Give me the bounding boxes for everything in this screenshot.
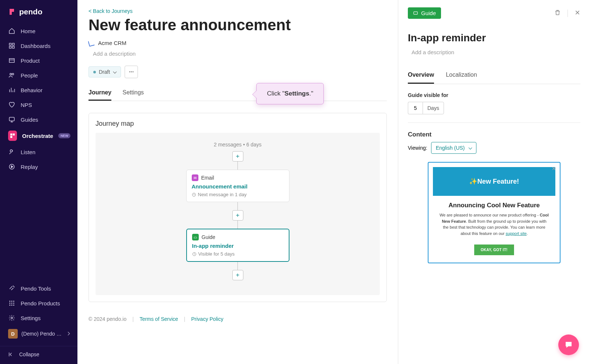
panel-title: In-app reminder bbox=[408, 32, 580, 44]
svg-rect-3 bbox=[13, 46, 14, 48]
brand-logo[interactable]: pendo bbox=[0, 7, 77, 24]
add-step-button[interactable]: + bbox=[232, 151, 243, 162]
content-section-label: Content bbox=[408, 131, 580, 138]
status-dropdown[interactable]: Draft bbox=[88, 66, 121, 77]
tab-localization[interactable]: Localization bbox=[446, 67, 477, 84]
svg-point-14 bbox=[11, 301, 13, 302]
nav-label: Behavior bbox=[21, 87, 42, 93]
dashboard-icon bbox=[8, 42, 15, 49]
nav-settings[interactable]: Settings bbox=[4, 311, 74, 325]
node-title: In-app reminder bbox=[192, 243, 284, 249]
add-step-button[interactable]: + bbox=[232, 210, 243, 221]
chat-icon bbox=[564, 340, 573, 349]
nav-dashboards[interactable]: Dashboards bbox=[4, 38, 74, 53]
support-link[interactable]: support site bbox=[506, 231, 527, 236]
nav-label: Replay bbox=[21, 164, 38, 170]
connector bbox=[237, 202, 238, 210]
add-step-button[interactable]: + bbox=[232, 270, 243, 280]
nav-orchestrate[interactable]: OrchestrateNEW bbox=[4, 127, 74, 145]
collapse-label: Collapse bbox=[19, 351, 39, 357]
svg-point-5 bbox=[10, 73, 12, 75]
chevron-down-icon bbox=[113, 69, 116, 75]
journey-map-card: Journey map 2 messages • 6 days + ✉Email… bbox=[88, 113, 387, 302]
account-switcher[interactable]: D (Demo) Pendo … bbox=[4, 325, 74, 342]
collapse-sidebar[interactable]: Collapse bbox=[0, 346, 77, 364]
back-link[interactable]: < Back to Journeys bbox=[88, 8, 387, 14]
preview-body: We are pleased to announce our new produ… bbox=[432, 209, 556, 239]
nav-guides[interactable]: Guides bbox=[4, 112, 74, 127]
guide-badge: Guide bbox=[408, 7, 441, 19]
grid-icon bbox=[8, 299, 15, 307]
node-type: Email bbox=[201, 175, 214, 181]
main: < Back to Journeys New feature announcem… bbox=[77, 0, 590, 364]
nav-label: Dashboards bbox=[21, 43, 51, 49]
visible-input-group: Days bbox=[408, 102, 580, 114]
clock-icon bbox=[192, 252, 197, 256]
tab-settings[interactable]: Settings bbox=[122, 86, 144, 101]
panel-tabs: Overview Localization bbox=[408, 67, 580, 84]
svg-rect-0 bbox=[9, 43, 11, 45]
visible-label: Guide visible for bbox=[408, 92, 580, 98]
nav-product[interactable]: Product bbox=[4, 53, 74, 68]
svg-point-21 bbox=[13, 305, 14, 306]
more-menu-button[interactable]: ··· bbox=[125, 66, 138, 78]
preview-cta-button[interactable]: OKAY, GOT IT! bbox=[474, 245, 514, 255]
delete-button[interactable] bbox=[554, 9, 561, 17]
nav-replay[interactable]: Replay bbox=[4, 159, 74, 174]
description-placeholder[interactable]: Add a description bbox=[93, 51, 387, 57]
tab-journey[interactable]: Journey bbox=[88, 86, 111, 101]
heart-icon bbox=[8, 101, 15, 108]
svg-rect-25 bbox=[414, 11, 418, 14]
nav-nps[interactable]: NPS bbox=[4, 97, 74, 112]
badge-icon bbox=[413, 11, 418, 16]
pendo-logo-icon bbox=[8, 7, 17, 16]
preview-hero: ✨New Feature! bbox=[433, 167, 555, 196]
sidebar: pendo Home Dashboards Product People Beh… bbox=[0, 0, 77, 364]
nav-label: Pendo Products bbox=[21, 300, 60, 306]
privacy-link[interactable]: Privacy Policy bbox=[191, 316, 223, 322]
svg-point-20 bbox=[11, 305, 13, 306]
copyright: © 2024 pendo.io bbox=[88, 316, 126, 322]
viewing-label: Viewing: bbox=[408, 145, 427, 151]
tos-link[interactable]: Terms of Service bbox=[140, 316, 178, 322]
app-icon bbox=[88, 39, 95, 47]
listen-icon bbox=[8, 148, 15, 156]
tab-overview[interactable]: Overview bbox=[408, 67, 434, 84]
nav-listen[interactable]: Listen bbox=[4, 145, 74, 159]
svg-point-11 bbox=[10, 150, 13, 152]
status-label: Draft bbox=[99, 69, 110, 75]
chevron-right-icon bbox=[66, 330, 69, 337]
nav-label: Listen bbox=[21, 149, 35, 155]
journey-map-title: Journey map bbox=[96, 120, 380, 128]
brand-name: pendo bbox=[19, 7, 42, 16]
visible-days-input[interactable] bbox=[408, 102, 423, 114]
orchestrate-icon bbox=[8, 131, 17, 141]
nav-pendo-products[interactable]: Pendo Products bbox=[4, 296, 74, 311]
center-column: < Back to Journeys New feature announcem… bbox=[77, 0, 398, 364]
nav-people[interactable]: People bbox=[4, 68, 74, 83]
svg-point-13 bbox=[9, 301, 10, 302]
chat-fab[interactable] bbox=[558, 334, 579, 355]
controls-row: Draft ··· bbox=[88, 66, 387, 78]
app-name: Acme CRM bbox=[98, 40, 126, 46]
journey-node-email[interactable]: ✉Email Announcement email Next message i… bbox=[186, 170, 289, 202]
bottom-nav: Pendo Tools Pendo Products Settings D (D… bbox=[0, 281, 77, 346]
clock-icon bbox=[192, 193, 196, 197]
nav-home[interactable]: Home bbox=[4, 24, 74, 38]
preview-close-icon[interactable]: ✕ bbox=[552, 166, 556, 171]
nav-behavior[interactable]: Behavior bbox=[4, 83, 74, 97]
panel-description-placeholder[interactable]: Add a description bbox=[412, 49, 580, 55]
journey-node-guide[interactable]: ▭Guide In-app reminder Visible for 5 day… bbox=[186, 229, 289, 262]
behavior-icon bbox=[8, 86, 15, 94]
svg-rect-9 bbox=[13, 134, 15, 135]
svg-rect-4 bbox=[9, 59, 14, 63]
close-button[interactable] bbox=[575, 10, 580, 17]
right-panel: Guide In-app reminder Add a description … bbox=[398, 0, 590, 364]
language-select[interactable]: English (US) bbox=[431, 142, 477, 154]
guide-icon bbox=[8, 116, 15, 123]
nav-label: Home bbox=[21, 28, 35, 34]
footer: © 2024 pendo.io | Terms of Service | Pri… bbox=[88, 316, 387, 322]
nav-pendo-tools[interactable]: Pendo Tools bbox=[4, 281, 74, 296]
tools-icon bbox=[8, 285, 15, 292]
collapse-icon bbox=[8, 351, 14, 357]
